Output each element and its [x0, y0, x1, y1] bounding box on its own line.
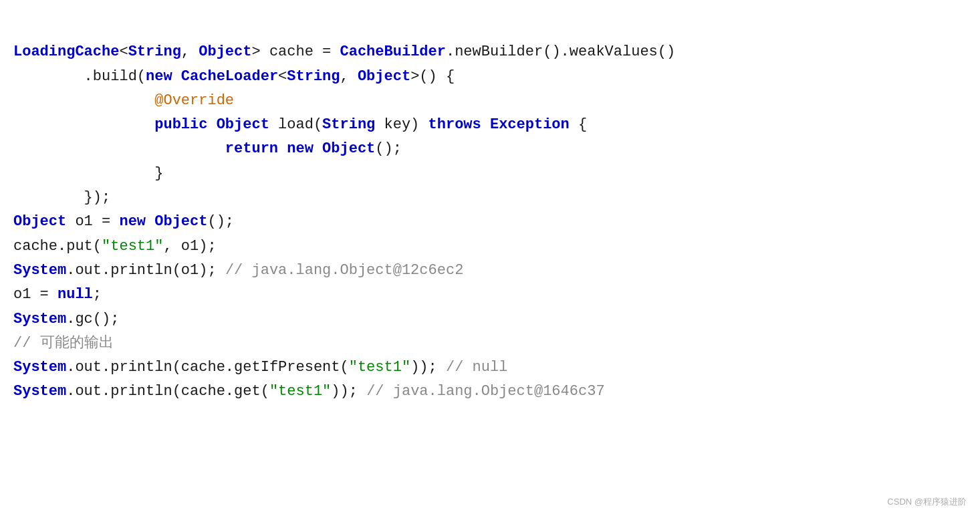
- line-6: }: [13, 165, 163, 182]
- line-12: System.gc();: [13, 311, 119, 328]
- line-1: LoadingCache<String, Object> cache = Cac…: [13, 43, 675, 60]
- line-9: cache.put("test1", o1);: [13, 238, 217, 255]
- line-7: });: [13, 189, 110, 206]
- line-5: return new Object();: [13, 140, 402, 157]
- line-14: System.out.println(cache.getIfPresent("t…: [13, 359, 507, 376]
- line-3: @Override: [13, 92, 234, 109]
- code-container: LoadingCache<String, Object> cache = Cac…: [0, 0, 980, 520]
- line-10: System.out.println(o1); // java.lang.Obj…: [13, 262, 463, 279]
- line-13: // 可能的输出: [13, 335, 114, 352]
- line-2: .build(new CacheLoader<String, Object>()…: [13, 68, 455, 85]
- line-4: public Object load(String key) throws Ex…: [13, 116, 587, 133]
- line-8: Object o1 = new Object();: [13, 213, 234, 230]
- line-15: System.out.println(cache.get("test1")); …: [13, 383, 605, 400]
- watermark: CSDN @程序猿进阶: [887, 496, 967, 508]
- code-block: LoadingCache<String, Object> cache = Cac…: [13, 16, 967, 428]
- line-11: o1 = null;: [13, 286, 102, 303]
